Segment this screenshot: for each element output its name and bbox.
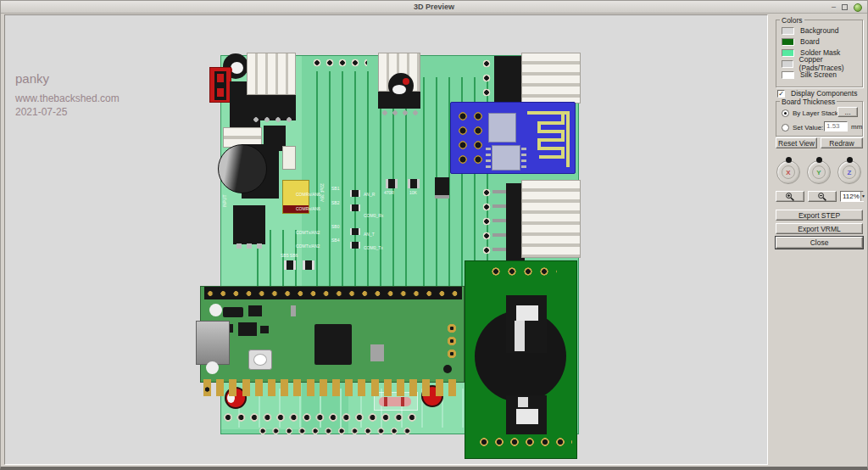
thickness-value-field[interactable]: 1.53 [824, 121, 848, 131]
set-value-radio[interactable] [782, 124, 789, 131]
board-annotation: panky www.thebackshed.com 2021-07-25 [15, 71, 120, 118]
color-label: Background [800, 26, 838, 35]
zoom-level-combobox[interactable]: 112% ▼ [840, 191, 864, 202]
display-components-row: ✓ Display Components [777, 89, 857, 98]
dial-knob[interactable] [847, 157, 853, 163]
rtc-module [465, 260, 577, 459]
pin-header-grid [456, 109, 485, 165]
board-color-swatch[interactable] [782, 38, 794, 46]
set-value-label: Set Value: [793, 124, 823, 131]
zoom-in-icon [785, 192, 795, 202]
dial-x-label: X [782, 165, 795, 179]
silkscreen-label: COMRx/AN6 [296, 206, 320, 211]
smd-resistor [408, 179, 420, 188]
rotate-z-dial[interactable]: Z [837, 157, 862, 186]
control-sidebar: Colors Background Board Solder Mask Copp… [769, 14, 868, 465]
esp8266-module [450, 102, 576, 174]
window-controls: – [832, 2, 862, 13]
redraw-button[interactable]: Redraw [821, 137, 863, 148]
color-label: Copper (Pads/Traces) [799, 55, 862, 72]
pad-row [313, 59, 367, 68]
esp-chip [488, 113, 516, 143]
smd-component [284, 260, 296, 270]
silkscreen-label: SB2 [331, 200, 339, 205]
silkscreen-label: 470R [384, 190, 394, 195]
smd-component [291, 305, 296, 316]
smd-component [303, 260, 314, 270]
stackup-options-button[interactable]: ... [837, 107, 858, 117]
window-title: 3D Preview [414, 3, 454, 11]
battery-clip-bottom [506, 395, 547, 434]
solder-bridge [350, 204, 360, 211]
zoom-level-value: 112% [841, 192, 860, 201]
pico-board [200, 284, 465, 413]
titlebar[interactable]: 3D Preview – [1, 1, 867, 14]
chip-legs [486, 148, 491, 170]
silkscreen-label: SB5 SB6 [281, 253, 298, 258]
dial-knob[interactable] [786, 157, 792, 163]
via [443, 365, 452, 373]
dial-z-label: Z [843, 165, 856, 179]
silkscreen-label: AN_T [364, 232, 375, 237]
silkscreen-label: COM0_Tx [364, 245, 383, 250]
silkscreen-label: COM0_Rx [364, 213, 383, 218]
stackup-row: By Layer Stackup [782, 109, 846, 117]
pad-row [223, 412, 420, 422]
smd-component [282, 146, 296, 170]
silkscreen-label: COMRx/AN6 [296, 192, 320, 197]
smd-resistor [386, 179, 398, 188]
reset-view-button[interactable]: Reset View [776, 137, 817, 148]
pad-row [259, 427, 416, 435]
minimize-icon[interactable]: – [832, 2, 836, 13]
solder-bridge [350, 228, 360, 235]
right-connector [521, 53, 581, 104]
smd-component [238, 322, 257, 336]
pin-row [204, 287, 462, 299]
color-row-board: Board [782, 37, 820, 46]
3d-viewport[interactable]: panky www.thebackshed.com 2021-07-25 [4, 14, 768, 465]
unit-label: mm [851, 123, 862, 131]
zoom-out-button[interactable] [808, 191, 837, 202]
close-window-icon[interactable] [854, 3, 862, 12]
silkscreen-label: SB1 [331, 186, 339, 191]
solder-bridge [350, 242, 360, 249]
silkscreen-label: SB4 [331, 238, 339, 243]
rotate-y-dial[interactable]: Y [806, 157, 832, 186]
website-text: www.thebackshed.com [15, 92, 120, 104]
smd-component [260, 326, 269, 333]
export-vrml-button[interactable]: Export VRML [776, 223, 863, 234]
pad-row [491, 266, 557, 277]
red-jumper [209, 67, 231, 103]
rotate-x-dial[interactable]: X [776, 157, 801, 186]
color-label: Silk Screen [800, 70, 837, 79]
usb-connector [196, 321, 230, 365]
display-components-checkbox[interactable]: ✓ [777, 90, 785, 98]
silkscreen-label: 10K [409, 190, 417, 195]
battery-clip-top [506, 295, 547, 353]
by-layer-stackup-radio[interactable] [782, 109, 789, 117]
pad-row [479, 436, 572, 448]
maximize-icon[interactable] [842, 4, 848, 10]
silk-screen-color-swatch[interactable] [782, 71, 794, 79]
silkscreen-label: INPUT [222, 195, 227, 208]
chevron-down-icon[interactable]: ▼ [860, 192, 865, 201]
3d-preview-window: 3D Preview – panky www.thebackshed.com 2… [0, 0, 868, 470]
dial-knob[interactable] [816, 157, 822, 163]
antenna-trace [526, 106, 573, 171]
zoom-out-icon [817, 192, 827, 202]
mounting-hole [388, 73, 414, 98]
castellated-pads [203, 379, 461, 396]
mounting-hole [209, 304, 222, 316]
zoom-in-button[interactable] [776, 191, 804, 202]
pad-column [482, 188, 492, 263]
smd-component [223, 307, 243, 317]
copper-color-swatch[interactable] [782, 60, 793, 68]
solder-mask-color-swatch[interactable] [782, 49, 794, 57]
background-color-swatch[interactable] [782, 27, 794, 35]
color-row-background: Background [782, 26, 838, 35]
close-button[interactable]: Close [776, 237, 863, 249]
colors-group-title: Colors [780, 16, 804, 25]
export-step-button[interactable]: Export STEP [776, 210, 863, 221]
solder-bridge [350, 190, 360, 197]
colors-group: Colors Background Board Solder Mask Copp… [776, 20, 863, 87]
